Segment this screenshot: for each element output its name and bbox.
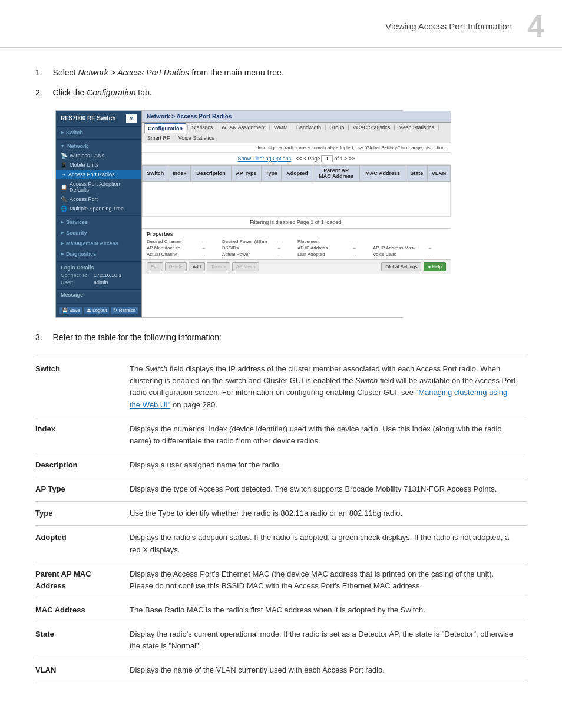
show-filter-link[interactable]: Show Filtering Options: [237, 156, 291, 162]
tab-mesh-statistics[interactable]: Mesh Statistics: [396, 123, 438, 133]
sidebar-item-network[interactable]: ▼ Network: [56, 141, 141, 151]
info-row-switch: Switch The Switch field displays the IP …: [35, 357, 527, 417]
sidebar-wireless-lans-label: Wireless LANs: [70, 153, 104, 159]
step-1-text-after: from the main menu tree.: [191, 68, 283, 77]
step-1: 1. Select Network > Access Port Radios f…: [35, 66, 527, 79]
page-label: Page: [308, 156, 320, 162]
step-2-text-before: Click the: [53, 88, 87, 97]
sidebar-item-security[interactable]: ▶ Security: [56, 228, 141, 238]
bottom-right-buttons: Global Settings ● Help: [381, 262, 446, 271]
sidebar-item-services[interactable]: ▶ Services: [56, 218, 141, 227]
sidebar-item-management-access[interactable]: ▶ Management Access: [56, 239, 141, 248]
info-row-description: Description Displays a user assigned nam…: [35, 453, 527, 477]
sidebar-item-access-port-radios[interactable]: → Access Port Radios: [56, 170, 141, 179]
message-label: Message: [61, 292, 83, 298]
refresh-button[interactable]: ↻ Refresh: [111, 307, 137, 314]
sidebar-item-access-port-adoption[interactable]: 📋 Access Port Adoption Defaults: [56, 179, 141, 195]
step-1-number: 1.: [35, 68, 42, 77]
diagnostics-arrow-icon: ▶: [61, 252, 64, 256]
sidebar-divider-2: [56, 215, 141, 216]
reference-section: Switch The Switch field displays the IP …: [35, 357, 527, 683]
next-page-button[interactable]: > >>: [344, 156, 355, 162]
pagination-controls: << < Page of 1 > >>: [296, 155, 355, 162]
desc-type: Use the Type to identify whether the rad…: [130, 502, 527, 526]
sidebar-buttons: 💾 Save ⏏ Logout ↻ Refresh: [56, 303, 141, 317]
term-switch: Switch: [35, 357, 130, 417]
properties-section: Properties Desired Channel -- Desired Po…: [142, 228, 451, 259]
login-user-row: User: admin: [61, 279, 137, 285]
step-3-text: Refer to the table for the following inf…: [53, 332, 222, 342]
tab-voice-statistics[interactable]: Voice Statistics: [176, 133, 217, 143]
rfs-logo: M: [126, 114, 137, 123]
message-section: Message: [56, 289, 141, 299]
col-adopted: Adopted: [282, 165, 313, 181]
tab-group[interactable]: Group: [326, 123, 347, 133]
security-arrow-icon: ▶: [61, 230, 64, 235]
col-description: Description: [191, 165, 231, 181]
desc-state: Display the radio's current operational …: [130, 622, 527, 658]
tab-configuration[interactable]: Configuration: [144, 123, 186, 133]
desired-channel-value: --: [202, 239, 220, 244]
logout-button[interactable]: ⏏ Logout: [84, 307, 110, 314]
properties-grid: Desired Channel -- Desired Power (dBm) -…: [147, 239, 446, 257]
managing-clustering-link[interactable]: "Managing clustering using the Web UI": [130, 388, 507, 409]
rfs-sidebar: RFS7000 RF Switch M ▶ Switch ▼ Network 📡…: [56, 111, 141, 317]
ap-ip-address-label: AP IP Address: [297, 245, 351, 251]
step-1-text-before: Select: [53, 68, 78, 77]
sidebar-diagnostics-label: Diagnostics: [66, 251, 96, 257]
sidebar-access-port-radios-label: Access Port Radios: [68, 172, 115, 177]
sidebar-item-spanning-tree[interactable]: 🌐 Multiple Spanning Tree: [56, 204, 141, 213]
login-connect-row: Connect To: 172.16.10.1: [61, 272, 137, 278]
sidebar-services-label: Services: [66, 219, 88, 225]
delete-button[interactable]: Delete: [165, 262, 187, 271]
step-3-number: 3.: [35, 332, 42, 342]
sidebar-item-access-port[interactable]: 🔌 Access Port: [56, 195, 141, 204]
access-port-icon: 🔌: [61, 196, 67, 202]
sidebar-security-label: Security: [66, 230, 87, 236]
help-button[interactable]: ● Help: [424, 262, 446, 271]
mgmt-arrow-icon: ▶: [61, 241, 64, 246]
add-button[interactable]: Add: [189, 262, 205, 271]
rfs-toolbar: Show Filtering Options << < Page of 1 > …: [142, 153, 451, 165]
tab-bandwidth[interactable]: Bandwidth: [293, 123, 324, 133]
login-details-title: Login Details: [61, 265, 137, 271]
info-row-index: Index Displays the numerical index (devi…: [35, 417, 527, 453]
sidebar-item-diagnostics[interactable]: ▶ Diagnostics: [56, 249, 141, 259]
access-port-table: Switch Index Description AP Type Type Ad…: [142, 165, 451, 217]
tab-smart-rf[interactable]: Smart RF: [144, 133, 173, 143]
sidebar-access-port-adoption-label: Access Port Adoption Defaults: [70, 181, 137, 193]
sidebar-item-switch[interactable]: ▶ Switch: [56, 128, 141, 137]
wireless-lans-icon: 📡: [61, 153, 67, 159]
page-number: 4: [527, 11, 544, 41]
sidebar-item-mobile-units[interactable]: 📱 Mobile Units: [56, 160, 141, 170]
term-adopted: Adopted: [35, 526, 130, 562]
sidebar-divider-1: [56, 139, 141, 140]
save-button[interactable]: 💾 Save: [59, 307, 82, 314]
prev-page-button[interactable]: << <: [296, 156, 306, 162]
sidebar-item-wireless-lans[interactable]: 📡 Wireless LANs: [56, 151, 141, 160]
tab-wmm[interactable]: WMM: [271, 123, 291, 133]
services-arrow-icon: ▶: [61, 220, 64, 225]
filter-notice: Filtering is disabled Page 1 of 1 loaded…: [142, 217, 451, 228]
tab-wlan-assignment[interactable]: WLAN Assignment: [219, 123, 269, 133]
sidebar-switch-label: Switch: [66, 130, 83, 136]
edit-button[interactable]: Edit: [147, 262, 163, 271]
tab-vcac-statistics[interactable]: VCAC Statistics: [350, 123, 394, 133]
desc-parent-ap-mac: Displays the Access Port's Ethernet MAC …: [130, 562, 527, 598]
tab-statistics[interactable]: Statistics: [189, 123, 216, 133]
info-row-type: Type Use the Type to identify whether th…: [35, 502, 527, 526]
page-input[interactable]: [321, 155, 333, 162]
ap-mesh-button[interactable]: AP Mesh: [232, 262, 259, 271]
desired-channel-label: Desired Channel: [147, 239, 200, 244]
actual-power-label: Actual Power: [222, 252, 275, 257]
rfs-main-panel: Network > Access Port Radios Configurati…: [141, 111, 451, 317]
table-empty-row: [143, 181, 451, 216]
col-ap-type: AP Type: [231, 165, 262, 181]
global-settings-button[interactable]: Global Settings: [381, 262, 421, 271]
rfs-sidebar-header: RFS7000 RF Switch M: [56, 111, 141, 127]
info-row-parent-ap-mac: Parent AP MAC Address Displays the Acces…: [35, 562, 527, 598]
network-arrow-icon: ▼: [61, 144, 65, 148]
tools-button[interactable]: Tools >: [207, 262, 230, 271]
switch-arrow-icon: ▶: [61, 130, 64, 135]
ap-ip-mask-label: AP IP Address Mask: [373, 245, 426, 251]
